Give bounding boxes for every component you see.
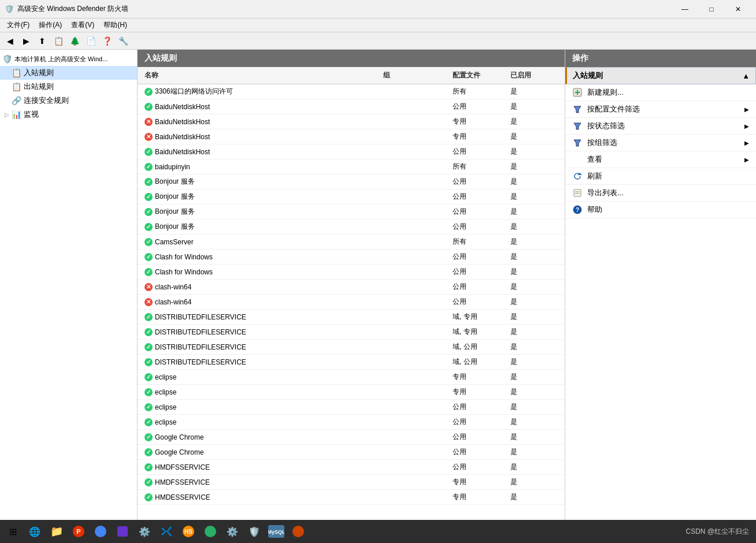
rule-extra — [549, 91, 560, 92]
table-row[interactable]: ✓ BaiduNetdiskHost 公用 是 — [138, 144, 565, 159]
rule-enabled: 是 — [508, 386, 549, 397]
sidebar-item-monitor[interactable]: ▷ 📊 监视 — [0, 107, 137, 121]
table-row[interactable]: ✕ BaiduNetdiskHost 专用 是 — [138, 114, 565, 129]
minimize-button[interactable]: — — [672, 0, 698, 18]
action-export[interactable]: 导出列表... — [565, 185, 756, 202]
table-row[interactable]: ✓ Bonjour 服务 公用 是 — [138, 174, 565, 189]
table-row[interactable]: ✓ CamsServer 所有 是 — [138, 235, 565, 250]
taskbar-app4[interactable] — [90, 521, 111, 542]
rule-enabled: 是 — [508, 146, 549, 157]
table-row[interactable]: ✓ eclipse 专用 是 — [138, 370, 565, 385]
taskbar-settings2[interactable]: ⚙️ — [222, 521, 243, 542]
rule-name: eclipse — [155, 373, 176, 381]
table-row[interactable]: ✓ HMDFSSERVICE 专用 是 — [138, 475, 565, 490]
svg-text:P: P — [76, 528, 80, 535]
rule-name-cell: ✓ HMDESSERVICE — [142, 493, 381, 502]
taskbar-edge[interactable]: 🌐 — [24, 521, 45, 542]
table-row[interactable]: ✓ eclipse 公用 是 — [138, 415, 565, 430]
rule-profile: 公用 — [450, 462, 508, 473]
table-body[interactable]: ✓ 3306端口的网络访问许可 所有 是 ✓ BaiduNetdiskHost … — [138, 84, 565, 520]
taskbar-user-text: CSDN @红尘不归尘 — [685, 527, 754, 537]
table-row[interactable]: ✓ eclipse 公用 是 — [138, 400, 565, 415]
taskbar-app6[interactable]: HS — [178, 521, 199, 542]
taskbar-mysql[interactable]: MySQL — [266, 521, 287, 542]
taskbar-app5[interactable] — [112, 521, 133, 542]
menu-action[interactable]: 操作(A) — [34, 19, 66, 31]
action-filter-status[interactable]: 按状态筛选 ▶ — [565, 118, 756, 135]
taskbar-app7[interactable] — [288, 521, 309, 542]
rule-name-cell: ✓ DISTRIBUTEDFILESERVICE — [142, 358, 381, 367]
toolbar-properties[interactable]: 🔧 — [116, 34, 131, 48]
toolbar-back[interactable]: ◀ — [2, 34, 17, 48]
taskbar-app3[interactable]: P — [68, 521, 89, 542]
table-row[interactable]: ✓ Google Chrome 公用 是 — [138, 445, 565, 460]
close-button[interactable]: ✕ — [725, 0, 751, 18]
collapse-icon: ▲ — [742, 72, 750, 80]
svg-text:?: ? — [576, 207, 579, 213]
toolbar-tree[interactable]: 🌲 — [67, 34, 82, 48]
taskbar-start[interactable]: ⊞ — [2, 521, 23, 542]
toolbar-export[interactable]: 📄 — [83, 34, 98, 48]
rule-group — [381, 287, 450, 288]
action-filter-profile[interactable]: 按配置文件筛选 ▶ — [565, 101, 756, 118]
table-row[interactable]: ✓ HMDFSSERVICE 公用 是 — [138, 460, 565, 475]
rule-profile: 专用 — [450, 371, 508, 382]
right-section-label: 入站规则 — [573, 70, 603, 81]
rule-enabled: 是 — [508, 266, 549, 277]
toolbar-help[interactable]: ❓ — [99, 34, 114, 48]
sidebar-item-connection[interactable]: 🔗 连接安全规则 — [0, 94, 137, 107]
maximize-button[interactable]: □ — [698, 0, 725, 18]
toolbar-up[interactable]: ⬆ — [35, 34, 50, 48]
right-section-header[interactable]: 入站规则 ▲ — [565, 67, 756, 84]
action-new-rule[interactable]: 新建规则... — [565, 84, 756, 101]
sidebar-root[interactable]: 🛡️ 本地计算机 上的高级安全 Wind... — [0, 52, 137, 66]
taskbar-vscode[interactable] — [156, 521, 177, 542]
rule-name-cell: ✓ BaiduNetdiskHost — [142, 147, 381, 157]
taskbar-wechat[interactable] — [200, 521, 221, 542]
table-row[interactable]: ✓ eclipse 专用 是 — [138, 385, 565, 400]
table-row[interactable]: ✓ Google Chrome 公用 是 — [138, 430, 565, 445]
taskbar-shield[interactable]: 🛡️ — [244, 521, 265, 542]
table-row[interactable]: ✓ 3306端口的网络访问许可 所有 是 — [138, 84, 565, 99]
taskbar-files[interactable]: 📁 — [46, 521, 67, 542]
table-row[interactable]: ✓ DISTRIBUTEDFILESERVICE 域, 专用 是 — [138, 325, 565, 340]
rule-icon: ✓ — [144, 373, 153, 381]
table-row[interactable]: ✓ Bonjour 服务 公用 是 — [138, 220, 565, 235]
menu-view[interactable]: 查看(V) — [66, 19, 99, 31]
table-row[interactable]: ✓ HMDESSERVICE 专用 是 — [138, 490, 565, 505]
action-filter-group[interactable]: 按组筛选 ▶ — [565, 135, 756, 151]
table-row[interactable]: ✓ BaiduNetdiskHost 公用 是 — [138, 99, 565, 114]
taskbar-settings[interactable]: ⚙️ — [134, 521, 155, 542]
sidebar-item-outbound[interactable]: 📋 出站规则 — [0, 80, 137, 94]
toolbar-forward[interactable]: ▶ — [18, 34, 34, 48]
center-title: 入站规则 — [144, 53, 177, 64]
table-row[interactable]: ✓ DISTRIBUTEDFILESERVICE 域, 公用 是 — [138, 340, 565, 355]
sidebar-item-inbound[interactable]: 📋 入站规则 — [0, 66, 137, 80]
table-row[interactable]: ✓ Clash for Windows 公用 是 — [138, 265, 565, 280]
table-row[interactable]: ✕ clash-win64 公用 是 — [138, 280, 565, 295]
action-help-label: 帮助 — [587, 204, 602, 215]
table-row[interactable]: ✕ BaiduNetdiskHost 专用 是 — [138, 129, 565, 144]
rule-icon: ✓ — [144, 358, 153, 366]
table-row[interactable]: ✓ DISTRIBUTEDFILESERVICE 域, 专用 是 — [138, 310, 565, 325]
rule-name-cell: ✓ Bonjour 服务 — [142, 206, 381, 217]
table-row[interactable]: ✕ clash-win64 公用 是 — [138, 295, 565, 310]
rule-icon: ✓ — [144, 178, 153, 186]
menu-file[interactable]: 文件(F) — [2, 19, 34, 31]
table-row[interactable]: ✓ DISTRIBUTEDFILESERVICE 域, 公用 是 — [138, 355, 565, 370]
table-row[interactable]: ✓ Bonjour 服务 公用 是 — [138, 204, 565, 220]
table-row[interactable]: ✓ Bonjour 服务 公用 是 — [138, 189, 565, 204]
menu-help[interactable]: 帮助(H) — [99, 19, 132, 31]
rule-name: eclipse — [155, 403, 176, 411]
rule-name-cell: ✓ 3306端口的网络访问许可 — [142, 86, 381, 97]
action-view[interactable]: 查看 ▶ — [565, 151, 756, 168]
action-refresh[interactable]: 刷新 — [565, 168, 756, 185]
table-row[interactable]: ✓ Clash for Windows 公用 是 — [138, 250, 565, 265]
action-help[interactable]: ? 帮助 — [565, 202, 756, 218]
rule-icon: ✕ — [144, 133, 153, 141]
toolbar-show-hide[interactable]: 📋 — [51, 34, 66, 48]
rule-icon: ✓ — [144, 463, 153, 471]
rule-profile: 公用 — [450, 176, 508, 187]
rule-name: 3306端口的网络访问许可 — [155, 87, 233, 96]
table-row[interactable]: ✓ baidupinyin 所有 是 — [138, 159, 565, 174]
